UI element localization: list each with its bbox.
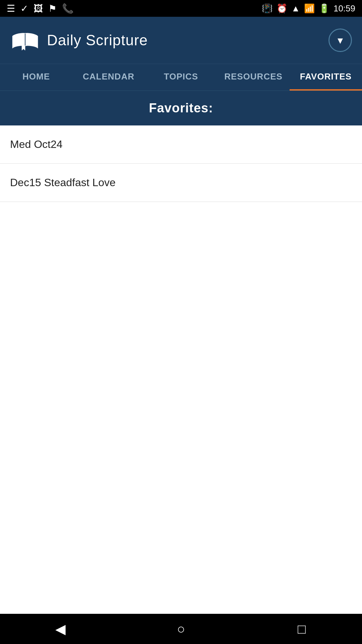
nav-item-favorites[interactable]: FAVORITES [290, 64, 362, 91]
back-button[interactable]: ◀ [47, 615, 74, 642]
wifi-icon: ▲ [291, 3, 300, 14]
vibrate-icon: 📳 [262, 3, 273, 14]
page-title: Favorites: [149, 101, 213, 115]
recent-apps-icon: □ [298, 622, 306, 637]
bottom-nav-bar: ◀ ○ □ [0, 614, 362, 644]
nav-item-topics[interactable]: TOPICS [145, 64, 217, 91]
flag-icon: ⚑ [48, 3, 57, 14]
menu-icon: ☰ [7, 3, 15, 14]
home-icon: ○ [177, 622, 185, 637]
signal-icon: 📶 [304, 3, 315, 14]
status-bar-right: 📳 ⏰ ▲ 📶 🔋 10:59 [262, 3, 355, 14]
favorites-list: Med Oct24 Dec15 Steadfast Love [0, 125, 362, 202]
list-item[interactable]: Med Oct24 [0, 125, 362, 164]
battery-icon: 🔋 [319, 3, 329, 14]
book-logo-icon [10, 30, 40, 50]
status-bar: ☰ ✓ 🖼 ⚑ 📞 📳 ⏰ ▲ 📶 🔋 10:59 [0, 0, 362, 17]
nav-item-resources[interactable]: RESOURCES [217, 64, 290, 91]
list-item[interactable]: Dec15 Steadfast Love [0, 164, 362, 202]
recent-apps-button[interactable]: □ [288, 615, 315, 642]
home-button[interactable]: ○ [168, 615, 194, 642]
nav-item-home[interactable]: HOME [0, 64, 72, 91]
whatsapp-icon: 📞 [62, 3, 74, 14]
alarm-icon: ⏰ [277, 3, 287, 14]
app-title: Daily Scripture [47, 32, 148, 49]
chevron-down-icon: ▾ [338, 35, 343, 46]
nav-bar: HOME CALENDAR TOPICS RESOURCES FAVORITES [0, 64, 362, 91]
time-display: 10:59 [334, 3, 355, 14]
nav-item-calendar[interactable]: CALENDAR [72, 64, 145, 91]
image-icon: 🖼 [34, 3, 43, 14]
dropdown-button[interactable]: ▾ [328, 29, 352, 52]
logo-area: Daily Scripture [10, 30, 148, 50]
page-title-bar: Favorites: [0, 91, 362, 125]
status-bar-left: ☰ ✓ 🖼 ⚑ 📞 [7, 3, 74, 14]
back-icon: ◀ [55, 621, 66, 637]
app-header: Daily Scripture ▾ [0, 17, 362, 64]
check-icon: ✓ [20, 3, 28, 14]
